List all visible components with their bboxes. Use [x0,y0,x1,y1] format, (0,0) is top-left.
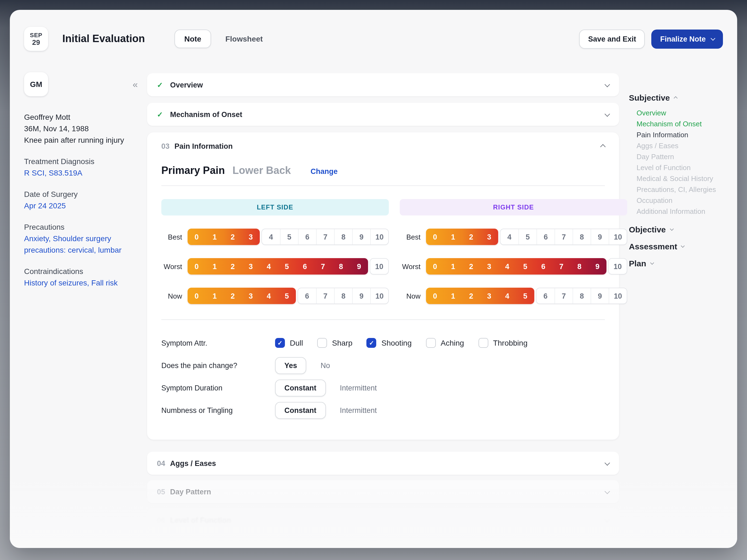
pain-cell[interactable]: 5 [280,229,298,245]
pain-cell[interactable]: 6 [534,258,552,275]
pain-cell[interactable]: 5 [518,229,537,245]
pain-cell[interactable]: 10 [370,229,388,245]
patient-info-value[interactable]: Anxiety, Shoulder surgery precautions: c… [24,233,140,256]
sidebar-collapse-icon[interactable]: « [133,80,138,89]
nav-item-additional-information[interactable]: Additional Information [629,206,723,217]
checkbox-option-sharp[interactable]: Sharp [317,338,353,348]
pain-cell[interactable]: 5 [516,258,534,275]
pain-cell[interactable]: 8 [570,258,588,275]
chevron-down-icon[interactable] [604,488,610,494]
pain-cell[interactable]: 9 [591,229,609,245]
pain-cell[interactable]: 3 [242,288,260,304]
pain-cell[interactable]: 2 [462,229,480,245]
nav-item-day-pattern[interactable]: Day Pattern [629,152,723,162]
pain-cell[interactable]: 8 [332,258,350,275]
pain-cell[interactable]: 8 [334,288,352,304]
pain-cell[interactable]: 2 [462,288,480,304]
pain-cell[interactable]: 1 [444,229,462,245]
nav-group-plan[interactable]: Plan [629,259,723,268]
pain-cell[interactable]: 3 [242,229,260,245]
section-level-of-function[interactable]: 06Level of Function [147,509,619,532]
option-no[interactable]: No [321,361,330,370]
pain-cell[interactable]: 9 [352,288,370,304]
pain-cell[interactable]: 0 [187,258,206,275]
pain-cell[interactable]: 2 [462,258,480,275]
pain-cell[interactable]: 3 [480,229,498,245]
pain-cell[interactable]: 9 [352,229,370,245]
pain-cell[interactable]: 8 [334,229,352,245]
chevron-up-icon[interactable] [600,144,606,150]
patient-info-value[interactable]: R SCI, S83.519A [24,167,140,179]
change-link[interactable]: Change [311,167,338,176]
pain-cell[interactable]: 7 [316,229,334,245]
option-intermittent[interactable]: Intermittent [340,406,377,414]
pain-cell[interactable]: 3 [480,288,498,304]
nav-item-precautions-ci-allergies[interactable]: Precautions, CI, Allergies [629,184,723,195]
nav-group-assessment[interactable]: Assessment [629,242,723,251]
pain-cell[interactable]: 10 [609,288,627,304]
option-selected-constant[interactable]: Constant [275,379,326,396]
nav-item-mechanism-of-onset[interactable]: Mechanism of Onset [629,119,723,130]
chevron-down-icon[interactable] [604,460,610,465]
chevron-down-icon[interactable] [604,517,610,522]
nav-group-subjective[interactable]: Subjective [629,93,723,102]
pain-cell[interactable]: 6 [298,288,316,304]
pain-cell[interactable]: 7 [316,288,334,304]
pain-cell[interactable]: 0 [426,229,444,245]
option-selected-yes[interactable]: Yes [275,357,307,374]
pain-cell[interactable]: 0 [187,229,206,245]
nav-item-medical-social-history[interactable]: Medical & Social History [629,173,723,184]
nav-item-level-of-function[interactable]: Level of Function [629,162,723,173]
pain-cell[interactable]: 8 [572,288,591,304]
pain-cell[interactable]: 10 [370,259,388,274]
pain-cell[interactable]: 1 [444,288,462,304]
pain-section-header[interactable]: 03 Pain Information [161,142,605,150]
patient-info-value[interactable]: History of seizures, Fall risk [24,277,140,289]
nav-item-occupation[interactable]: Occupation [629,195,723,206]
pain-cell[interactable]: 3 [480,258,498,275]
pain-cell[interactable]: 4 [498,288,516,304]
pain-cell[interactable]: 4 [260,288,278,304]
chevron-down-icon[interactable] [604,111,610,117]
pain-cell[interactable]: 6 [298,229,316,245]
section-aggs-eases[interactable]: 04Aggs / Eases [147,452,619,475]
pain-cell[interactable]: 2 [224,288,242,304]
nav-group-objective[interactable]: Objective [629,225,723,234]
pain-cell[interactable]: 0 [187,288,206,304]
pain-cell[interactable]: 1 [444,258,462,275]
pain-cell[interactable]: 8 [572,229,591,245]
nav-item-pain-information[interactable]: Pain Information [629,130,723,141]
pain-cell[interactable]: 5 [278,258,296,275]
option-intermittent[interactable]: Intermittent [340,384,377,392]
section-mechanism-of-onset[interactable]: ✓ Mechanism of Onset [147,103,619,126]
pain-cell[interactable]: 1 [206,229,224,245]
section-day-pattern[interactable]: 05Day Pattern [147,480,619,503]
pain-cell[interactable]: 7 [555,288,572,304]
pain-cell[interactable]: 1 [206,258,224,275]
pain-cell[interactable]: 4 [498,258,516,275]
pain-cell[interactable]: 4 [262,229,280,245]
pain-cell[interactable]: 9 [591,288,609,304]
pain-cell[interactable]: 0 [426,258,444,275]
chevron-down-icon[interactable] [604,81,610,87]
checkbox-option-throbbing[interactable]: Throbbing [478,338,527,348]
pain-cell[interactable]: 1 [206,288,224,304]
pain-cell[interactable]: 7 [314,258,332,275]
checkbox-option-dull[interactable]: ✓Dull [275,338,303,348]
patient-info-value[interactable]: Apr 24 2025 [24,200,140,212]
pain-cell[interactable]: 2 [224,229,242,245]
pain-cell[interactable]: 0 [426,288,444,304]
pain-cell[interactable]: 5 [278,288,296,304]
tab-note[interactable]: Note [175,29,211,48]
tab-flowsheet[interactable]: Flowsheet [225,34,263,43]
pain-cell[interactable]: 7 [552,258,570,275]
pain-cell[interactable]: 9 [350,258,368,275]
pain-cell[interactable]: 3 [242,258,260,275]
pain-cell[interactable]: 6 [537,229,555,245]
pain-cell[interactable]: 5 [516,288,534,304]
pain-cell[interactable]: 4 [260,258,278,275]
pain-cell[interactable]: 6 [296,258,314,275]
save-and-exit-button[interactable]: Save and Exit [579,29,645,48]
pain-cell[interactable]: 7 [555,229,572,245]
pain-cell[interactable]: 10 [609,259,627,274]
